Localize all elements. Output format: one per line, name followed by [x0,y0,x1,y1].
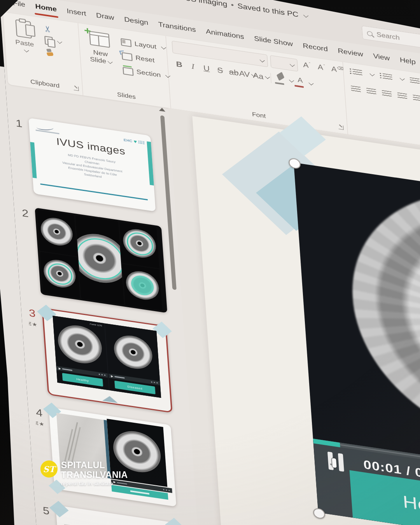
save-status[interactable]: Saved to this PC [237,2,299,19]
divider [270,73,271,83]
bullets-button[interactable] [350,68,362,76]
slide-editing-area: 00:01 / 00:10 Healthy [168,108,420,525]
font-name-chevron-icon [260,58,265,62]
font-color-bar [294,85,304,88]
plus-icon: + [84,26,91,35]
scroll-up-icon[interactable] [159,107,165,112]
columns-button[interactable] [413,94,420,102]
layout-chevron-icon [161,45,166,49]
new-slide-label: New Slide [90,49,108,65]
slide-2-thumbnail[interactable] [35,208,167,313]
watermark: ST SPITALUL TRANSILVANIA reperul tău în … [40,460,128,486]
ivus-image [40,252,80,298]
healthy-button[interactable]: Healthy [350,470,420,525]
play-icon [111,375,113,378]
strikethrough-button[interactable]: S [213,63,227,78]
numbering-chevron-icon[interactable] [400,76,405,80]
search-label: Search [376,31,400,42]
logo-text-lines [138,140,145,144]
font-size-combobox[interactable] [270,55,298,72]
watermark-name-line1: SPITALUL [61,460,128,470]
section-label: Section [136,68,161,79]
ivus-image [75,215,124,304]
institution-logo [36,124,54,130]
bold-button[interactable]: B [172,57,186,72]
numbering-button[interactable] [380,73,392,80]
slide-5-thumbnail[interactable]: ★ [56,505,182,525]
highlight-color-bar [275,82,284,85]
justify-button[interactable] [397,92,408,100]
font-color-chevron-icon[interactable] [308,81,313,85]
italic-button[interactable]: I [186,59,200,74]
reset-label: Reset [135,54,155,64]
video-control-bar: 00:01 / 00:10 Healthy [313,439,420,525]
workspace: 1 EHC ♥ IVUS images MD PD FEBVS Francois… [5,84,420,525]
slide-1-thumbnail[interactable]: EHC ♥ IVUS images MD PD FEBVS Francois S… [28,118,156,212]
text-highlight-button[interactable] [273,72,288,87]
bullets-chevron-icon[interactable] [369,72,374,76]
reset-icon [122,52,133,61]
divider [40,184,148,201]
slide-1-number: 1 [11,116,27,131]
decrease-indent-button[interactable] [410,77,420,85]
slide-2-number: 2 [18,206,33,220]
ivus-image [119,222,159,268]
clipboard-small-buttons: ✂ [44,23,73,61]
copy-icon[interactable] [44,36,53,46]
tape-decoration [165,518,184,525]
animation-indicator-icon[interactable]: ★ [26,320,40,328]
paste-icon [15,19,32,39]
paste-label: Paste [15,38,34,48]
layout-label: Layout [134,40,156,50]
paste-chevron-icon[interactable] [24,48,29,52]
heart-icon: ♥ [133,138,137,144]
slide-4-thumbnail[interactable] [49,407,176,507]
powerpoint-window: IVUS imaging • Saved to this PC Search F… [0,0,420,525]
play-icon [59,367,61,370]
underline-button[interactable]: U [199,61,214,76]
title-separator: • [231,1,234,9]
slide-3-number: 3 ★ [24,306,40,328]
format-painter-icon[interactable] [44,49,54,56]
clipboard-dialog-launcher-icon[interactable] [74,86,79,91]
copy-chevron-icon[interactable] [57,39,62,44]
ehc-logo: EHC ♥ [123,137,145,146]
slide-3-thumbnail-selected[interactable]: Frame 1270 Healthy Diseased [42,308,172,413]
align-right-button[interactable] [382,90,392,98]
shrink-font-button[interactable]: Aˇ [317,63,325,72]
frame-label: Frame 1270 [90,323,102,327]
font-size-chevron-icon [290,62,295,66]
animation-indicator-icon[interactable]: ★ [33,420,47,427]
document-title: IVUS imaging • Saved to this PC [177,0,308,20]
chevron-down-icon[interactable] [304,13,309,18]
change-case-button[interactable]: Aa [254,69,268,84]
clear-formatting-button[interactable]: A⌫ [331,65,343,75]
font-dialog-launcher-icon[interactable] [338,125,344,130]
watermark-name-line2: TRANSILVANIA [61,470,128,480]
ivus-image [122,264,162,310]
align-left-button[interactable] [351,86,361,93]
new-slide-chevron-icon [108,60,113,64]
slides-group: + New Slide Layout Reset Section Slides [78,23,171,108]
paste-button[interactable]: Paste [9,18,39,54]
change-case-chevron-icon [265,75,270,79]
align-center-button[interactable] [366,88,376,95]
font-color-button[interactable]: A [293,75,307,90]
cut-icon[interactable]: ✂ [42,25,53,33]
hospital-logo: ST [40,460,58,478]
section-icon [122,67,133,76]
ivus-image [37,210,77,256]
layout-icon [121,38,131,47]
new-slide-button[interactable]: + New Slide [83,30,117,66]
character-spacing-button[interactable]: AV [240,67,255,82]
photo-of-screen: IVUS imaging • Saved to this PC Search F… [0,0,420,525]
document-title-text: IVUS imaging [177,0,228,9]
grow-font-button[interactable]: Aˆ [303,61,310,70]
ivus-ultrasound-image [344,174,420,466]
ivus-video-right: Diseased [105,324,161,398]
clipboard-group: Paste ✂ Clipboard [3,12,83,95]
progress-fill [313,439,340,447]
arrow-decoration [102,395,118,403]
search-icon [367,31,373,36]
ivus-comparison-panel: Frame 1270 Healthy Diseased [52,316,161,398]
